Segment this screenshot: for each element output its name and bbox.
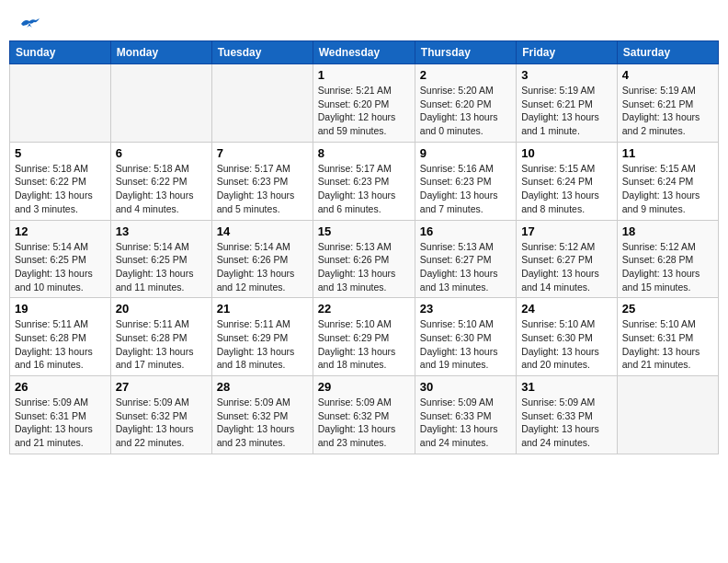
day-info: Sunrise: 5:10 AMSunset: 6:30 PMDaylight:… — [420, 317, 511, 372]
calendar-cell: 3Sunrise: 5:19 AMSunset: 6:21 PMDaylight… — [517, 64, 618, 143]
day-info: Sunrise: 5:16 AMSunset: 6:23 PMDaylight:… — [420, 162, 511, 216]
day-number: 30 — [420, 380, 511, 394]
calendar-cell: 15Sunrise: 5:13 AMSunset: 6:26 PMDayligh… — [313, 220, 415, 298]
day-number: 3 — [521, 68, 612, 82]
day-info: Sunrise: 5:09 AMSunset: 6:32 PMDaylight:… — [318, 396, 410, 450]
weekday-header-sunday: Sunday — [10, 41, 111, 64]
day-number: 2 — [420, 68, 511, 82]
weekday-header-saturday: Saturday — [617, 41, 718, 64]
day-number: 15 — [318, 224, 410, 238]
calendar-cell: 29Sunrise: 5:09 AMSunset: 6:32 PMDayligh… — [313, 376, 415, 454]
day-number: 23 — [420, 302, 511, 316]
day-info: Sunrise: 5:14 AMSunset: 6:26 PMDaylight:… — [217, 240, 308, 294]
day-number: 22 — [318, 302, 410, 316]
day-number: 24 — [521, 302, 612, 316]
day-number: 17 — [521, 224, 612, 238]
day-number: 4 — [622, 68, 713, 82]
day-number: 26 — [15, 380, 106, 394]
day-info: Sunrise: 5:10 AMSunset: 6:31 PMDaylight:… — [622, 317, 713, 372]
day-number: 21 — [217, 302, 308, 316]
calendar-cell: 23Sunrise: 5:10 AMSunset: 6:30 PMDayligh… — [415, 298, 516, 376]
day-info: Sunrise: 5:09 AMSunset: 6:33 PMDaylight:… — [420, 396, 511, 450]
calendar-cell: 11Sunrise: 5:15 AMSunset: 6:24 PMDayligh… — [617, 142, 718, 220]
calendar-cell: 10Sunrise: 5:15 AMSunset: 6:24 PMDayligh… — [517, 142, 618, 220]
calendar-cell: 28Sunrise: 5:09 AMSunset: 6:32 PMDayligh… — [211, 376, 313, 454]
calendar-cell: 6Sunrise: 5:18 AMSunset: 6:22 PMDaylight… — [110, 142, 211, 220]
weekday-header-friday: Friday — [517, 41, 618, 64]
page-header — [9, 9, 719, 35]
calendar-cell: 2Sunrise: 5:20 AMSunset: 6:20 PMDaylight… — [415, 64, 516, 143]
calendar-cell: 14Sunrise: 5:14 AMSunset: 6:26 PMDayligh… — [211, 220, 313, 298]
day-info: Sunrise: 5:11 AMSunset: 6:29 PMDaylight:… — [217, 317, 308, 372]
day-info: Sunrise: 5:10 AMSunset: 6:30 PMDaylight:… — [521, 317, 612, 372]
calendar-cell: 9Sunrise: 5:16 AMSunset: 6:23 PMDaylight… — [415, 142, 516, 220]
weekday-header-row: SundayMondayTuesdayWednesdayThursdayFrid… — [10, 41, 719, 64]
day-info: Sunrise: 5:09 AMSunset: 6:32 PMDaylight:… — [116, 396, 207, 450]
weekday-header-wednesday: Wednesday — [313, 41, 415, 64]
logo-bird-icon — [19, 17, 40, 31]
day-info: Sunrise: 5:13 AMSunset: 6:26 PMDaylight:… — [318, 240, 410, 294]
day-info: Sunrise: 5:14 AMSunset: 6:25 PMDaylight:… — [15, 240, 106, 294]
day-number: 19 — [15, 302, 106, 316]
weekday-header-thursday: Thursday — [415, 41, 516, 64]
calendar-cell: 4Sunrise: 5:19 AMSunset: 6:21 PMDaylight… — [617, 64, 718, 143]
day-number: 5 — [15, 146, 106, 160]
day-number: 1 — [318, 68, 410, 82]
day-number: 8 — [318, 146, 410, 160]
day-info: Sunrise: 5:20 AMSunset: 6:20 PMDaylight:… — [420, 84, 511, 138]
day-number: 10 — [521, 146, 612, 160]
day-number: 16 — [420, 224, 511, 238]
day-number: 27 — [116, 380, 207, 394]
day-number: 14 — [217, 224, 308, 238]
calendar-cell: 18Sunrise: 5:12 AMSunset: 6:28 PMDayligh… — [617, 220, 718, 298]
day-number: 9 — [420, 146, 511, 160]
day-info: Sunrise: 5:13 AMSunset: 6:27 PMDaylight:… — [420, 240, 511, 294]
calendar-cell: 25Sunrise: 5:10 AMSunset: 6:31 PMDayligh… — [617, 298, 718, 376]
calendar-cell: 22Sunrise: 5:10 AMSunset: 6:29 PMDayligh… — [313, 298, 415, 376]
weekday-header-monday: Monday — [110, 41, 211, 64]
calendar-cell: 5Sunrise: 5:18 AMSunset: 6:22 PMDaylight… — [10, 142, 111, 220]
day-info: Sunrise: 5:09 AMSunset: 6:31 PMDaylight:… — [15, 396, 106, 450]
day-info: Sunrise: 5:10 AMSunset: 6:29 PMDaylight:… — [318, 317, 410, 372]
day-info: Sunrise: 5:11 AMSunset: 6:28 PMDaylight:… — [116, 317, 207, 372]
day-info: Sunrise: 5:12 AMSunset: 6:28 PMDaylight:… — [622, 240, 713, 294]
day-info: Sunrise: 5:17 AMSunset: 6:23 PMDaylight:… — [318, 162, 410, 216]
day-info: Sunrise: 5:18 AMSunset: 6:22 PMDaylight:… — [15, 162, 106, 216]
day-info: Sunrise: 5:19 AMSunset: 6:21 PMDaylight:… — [521, 84, 612, 138]
calendar-cell: 24Sunrise: 5:10 AMSunset: 6:30 PMDayligh… — [517, 298, 618, 376]
calendar-cell — [110, 64, 211, 143]
calendar-cell: 1Sunrise: 5:21 AMSunset: 6:20 PMDaylight… — [313, 64, 415, 143]
calendar-cell: 26Sunrise: 5:09 AMSunset: 6:31 PMDayligh… — [10, 376, 111, 454]
day-number: 13 — [116, 224, 207, 238]
day-info: Sunrise: 5:19 AMSunset: 6:21 PMDaylight:… — [622, 84, 713, 138]
calendar-week-row: 12Sunrise: 5:14 AMSunset: 6:25 PMDayligh… — [10, 220, 719, 298]
calendar-week-row: 19Sunrise: 5:11 AMSunset: 6:28 PMDayligh… — [10, 298, 719, 376]
day-number: 7 — [217, 146, 308, 160]
day-info: Sunrise: 5:18 AMSunset: 6:22 PMDaylight:… — [116, 162, 207, 216]
calendar-week-row: 1Sunrise: 5:21 AMSunset: 6:20 PMDaylight… — [10, 64, 719, 143]
calendar-cell: 12Sunrise: 5:14 AMSunset: 6:25 PMDayligh… — [10, 220, 111, 298]
day-number: 11 — [622, 146, 713, 160]
calendar-cell — [617, 376, 718, 454]
calendar-cell: 8Sunrise: 5:17 AMSunset: 6:23 PMDaylight… — [313, 142, 415, 220]
day-info: Sunrise: 5:21 AMSunset: 6:20 PMDaylight:… — [318, 84, 410, 138]
calendar-week-row: 26Sunrise: 5:09 AMSunset: 6:31 PMDayligh… — [10, 376, 719, 454]
day-info: Sunrise: 5:15 AMSunset: 6:24 PMDaylight:… — [622, 162, 713, 216]
calendar-cell: 13Sunrise: 5:14 AMSunset: 6:25 PMDayligh… — [110, 220, 211, 298]
day-info: Sunrise: 5:14 AMSunset: 6:25 PMDaylight:… — [116, 240, 207, 294]
day-info: Sunrise: 5:12 AMSunset: 6:27 PMDaylight:… — [521, 240, 612, 294]
day-info: Sunrise: 5:17 AMSunset: 6:23 PMDaylight:… — [217, 162, 308, 216]
day-number: 18 — [622, 224, 713, 238]
day-number: 28 — [217, 380, 308, 394]
day-number: 6 — [116, 146, 207, 160]
logo — [18, 17, 40, 31]
day-info: Sunrise: 5:11 AMSunset: 6:28 PMDaylight:… — [15, 317, 106, 372]
day-info: Sunrise: 5:09 AMSunset: 6:33 PMDaylight:… — [521, 396, 612, 450]
calendar-cell: 21Sunrise: 5:11 AMSunset: 6:29 PMDayligh… — [211, 298, 313, 376]
day-number: 29 — [318, 380, 410, 394]
calendar-cell: 7Sunrise: 5:17 AMSunset: 6:23 PMDaylight… — [211, 142, 313, 220]
calendar-cell: 17Sunrise: 5:12 AMSunset: 6:27 PMDayligh… — [517, 220, 618, 298]
day-number: 31 — [521, 380, 612, 394]
calendar-cell: 31Sunrise: 5:09 AMSunset: 6:33 PMDayligh… — [517, 376, 618, 454]
calendar-table: SundayMondayTuesdayWednesdayThursdayFrid… — [9, 40, 719, 454]
